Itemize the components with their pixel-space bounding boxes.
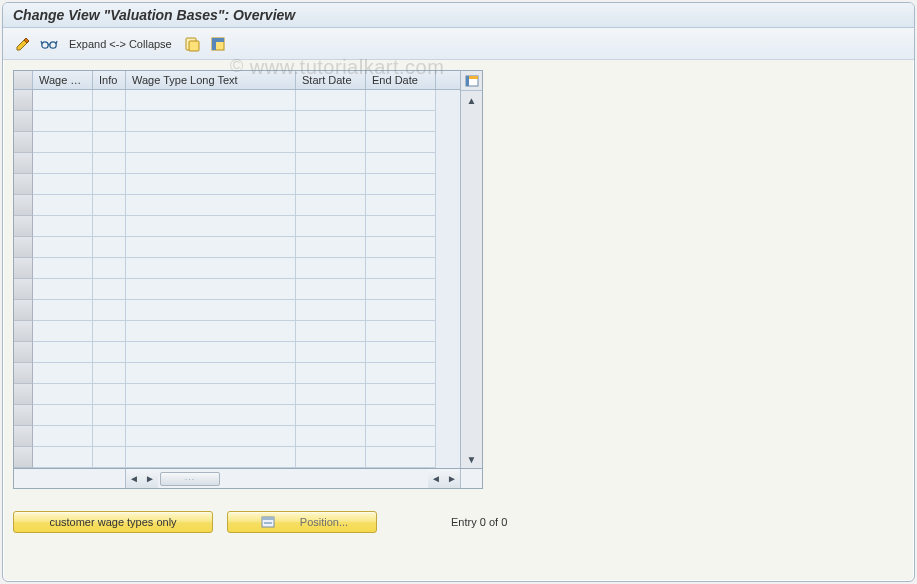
scroll-left-end-icon[interactable]: ◄ xyxy=(428,469,444,488)
table-cell[interactable] xyxy=(366,174,436,195)
row-selector-cell[interactable] xyxy=(14,342,33,363)
table-cell[interactable] xyxy=(126,237,296,258)
table-cell[interactable] xyxy=(296,90,366,111)
table-cell[interactable] xyxy=(126,447,296,468)
table-row[interactable] xyxy=(14,237,460,258)
table-cell[interactable] xyxy=(93,342,126,363)
row-selector-cell[interactable] xyxy=(14,447,33,468)
table-cell[interactable] xyxy=(93,363,126,384)
table-row[interactable] xyxy=(14,216,460,237)
table-row[interactable] xyxy=(14,405,460,426)
table-cell[interactable] xyxy=(296,342,366,363)
table-row[interactable] xyxy=(14,132,460,153)
column-row-selector[interactable] xyxy=(14,71,33,89)
row-selector-cell[interactable] xyxy=(14,426,33,447)
table-cell[interactable] xyxy=(33,321,93,342)
table-cell[interactable] xyxy=(126,279,296,300)
table-cell[interactable] xyxy=(296,363,366,384)
change-icon[interactable] xyxy=(13,34,33,54)
table-cell[interactable] xyxy=(366,195,436,216)
table-cell[interactable] xyxy=(33,195,93,216)
row-selector-cell[interactable] xyxy=(14,216,33,237)
table-cell[interactable] xyxy=(296,195,366,216)
row-selector-cell[interactable] xyxy=(14,384,33,405)
row-selector-cell[interactable] xyxy=(14,363,33,384)
table-cell[interactable] xyxy=(296,426,366,447)
table-row[interactable] xyxy=(14,111,460,132)
table-row[interactable] xyxy=(14,384,460,405)
table-row[interactable] xyxy=(14,279,460,300)
table-cell[interactable] xyxy=(366,111,436,132)
table-row[interactable] xyxy=(14,258,460,279)
table-cell[interactable] xyxy=(296,300,366,321)
table-cell[interactable] xyxy=(296,321,366,342)
table-cell[interactable] xyxy=(93,132,126,153)
column-wage-type[interactable]: Wage Ty... xyxy=(33,71,93,89)
table-cell[interactable] xyxy=(93,258,126,279)
table-cell[interactable] xyxy=(366,300,436,321)
table-cell[interactable] xyxy=(33,216,93,237)
row-selector-cell[interactable] xyxy=(14,237,33,258)
table-cell[interactable] xyxy=(33,258,93,279)
table-row[interactable] xyxy=(14,426,460,447)
table-cell[interactable] xyxy=(93,384,126,405)
table-cell[interactable] xyxy=(296,405,366,426)
glasses-detail-icon[interactable] xyxy=(39,34,59,54)
table-cell[interactable] xyxy=(93,279,126,300)
table-cell[interactable] xyxy=(33,279,93,300)
row-selector-cell[interactable] xyxy=(14,321,33,342)
table-cell[interactable] xyxy=(93,174,126,195)
table-cell[interactable] xyxy=(296,237,366,258)
table-cell[interactable] xyxy=(366,363,436,384)
configure-columns-icon[interactable] xyxy=(461,71,482,91)
table-row[interactable] xyxy=(14,447,460,468)
table-cell[interactable] xyxy=(33,300,93,321)
row-selector-cell[interactable] xyxy=(14,153,33,174)
table-cell[interactable] xyxy=(366,90,436,111)
row-selector-cell[interactable] xyxy=(14,90,33,111)
table-cell[interactable] xyxy=(366,405,436,426)
table-cell[interactable] xyxy=(296,153,366,174)
table-cell[interactable] xyxy=(366,132,436,153)
scroll-down-icon[interactable]: ▼ xyxy=(461,450,482,468)
row-selector-cell[interactable] xyxy=(14,132,33,153)
table-cell[interactable] xyxy=(126,132,296,153)
table-cell[interactable] xyxy=(126,258,296,279)
table-cell[interactable] xyxy=(33,426,93,447)
column-info[interactable]: Info xyxy=(93,71,126,89)
select-block-icon[interactable] xyxy=(208,34,228,54)
table-cell[interactable] xyxy=(93,195,126,216)
table-cell[interactable] xyxy=(296,279,366,300)
scroll-right-inner-icon[interactable]: ► xyxy=(142,469,158,488)
table-row[interactable] xyxy=(14,342,460,363)
table-cell[interactable] xyxy=(33,111,93,132)
table-cell[interactable] xyxy=(126,300,296,321)
scroll-up-icon[interactable]: ▲ xyxy=(461,91,482,109)
table-cell[interactable] xyxy=(366,279,436,300)
table-cell[interactable] xyxy=(93,426,126,447)
row-selector-cell[interactable] xyxy=(14,195,33,216)
table-cell[interactable] xyxy=(366,153,436,174)
table-cell[interactable] xyxy=(366,237,436,258)
table-row[interactable] xyxy=(14,363,460,384)
table-cell[interactable] xyxy=(126,363,296,384)
row-selector-cell[interactable] xyxy=(14,405,33,426)
row-selector-cell[interactable] xyxy=(14,300,33,321)
table-cell[interactable] xyxy=(33,153,93,174)
table-cell[interactable] xyxy=(33,447,93,468)
table-row[interactable] xyxy=(14,195,460,216)
table-row[interactable] xyxy=(14,90,460,111)
column-end-date[interactable]: End Date xyxy=(366,71,436,89)
table-cell[interactable] xyxy=(33,90,93,111)
table-cell[interactable] xyxy=(296,111,366,132)
table-row[interactable] xyxy=(14,300,460,321)
table-cell[interactable] xyxy=(93,321,126,342)
table-cell[interactable] xyxy=(366,342,436,363)
table-cell[interactable] xyxy=(33,174,93,195)
table-cell[interactable] xyxy=(33,132,93,153)
vertical-scrollbar[interactable]: ▲ ▼ xyxy=(460,71,482,468)
position-button[interactable]: Position... xyxy=(227,511,377,533)
scroll-thumb-horizontal[interactable]: ··· xyxy=(160,472,220,486)
table-cell[interactable] xyxy=(366,216,436,237)
table-cell[interactable] xyxy=(296,216,366,237)
